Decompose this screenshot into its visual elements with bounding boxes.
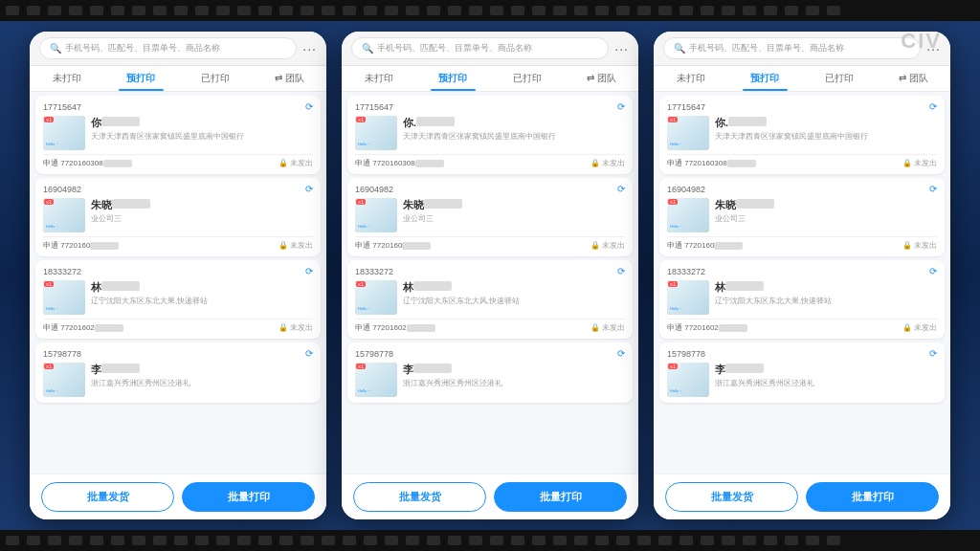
order-item[interactable]: 16904982 ⟳ x1 朱晓 业公司三 申通 7720160 🔒 未发出 (35, 178, 321, 256)
order-header: 18333272 ⟳ (667, 266, 937, 276)
batch-send-button[interactable]: 批量发货 (665, 482, 798, 512)
order-footer: 申通 77201602 🔒 未发出 (355, 319, 625, 333)
order-id: 15798778 (43, 349, 81, 359)
order-content: x1 林 辽宁沈阳大东区东北大风,快速驿站 (355, 280, 625, 315)
batch-print-button[interactable]: 批量打印 (494, 482, 627, 512)
order-number: 申通 7720160 (43, 240, 119, 251)
tab-2[interactable]: 已打印 (490, 66, 565, 91)
order-item[interactable]: 17715647 ⟳ x1 你 天津天津西青区张家窝镇民盛里底南中国银行 申通 … (35, 96, 321, 174)
order-item[interactable]: 17715647 ⟳ x1 你. 天津天津西青区张家窝镇民盛里底南中国银行 申通… (347, 96, 633, 174)
customer-address: 天津天津西青区张家窝镇民盛里底南中国银行 (715, 132, 937, 142)
order-id: 15798778 (355, 349, 393, 359)
order-header: 17715647 ⟳ (43, 101, 313, 112)
order-header: 16904982 ⟳ (667, 184, 937, 194)
tab-3[interactable]: ⇄ 团队 (253, 66, 327, 91)
customer-address: 业公司三 (715, 214, 937, 224)
tab-3[interactable]: ⇄ 团队 (877, 66, 951, 91)
order-status: 🔒 未发出 (278, 322, 313, 333)
order-content: x1 朱晓 业公司三 (667, 198, 937, 232)
more-options-icon[interactable]: ··· (302, 41, 317, 56)
order-item[interactable]: 18333272 ⟳ x1 林 辽宁沈阳大东区东北大果,快递驿站 申通 7720… (35, 260, 321, 339)
order-item[interactable]: 15798778 ⟳ x1 李 浙江嘉兴秀洲区秀州区泾港礼 (347, 342, 633, 403)
product-thumbnail: x1 (43, 116, 85, 150)
quantity-badge: x1 (668, 281, 678, 287)
order-info: 李 浙江嘉兴秀洲区秀州区泾港礼 (91, 363, 313, 388)
order-item[interactable]: 16904982 ⟳ x1 朱晓 业公司三 申通 7720160 🔒 未发出 (347, 178, 633, 256)
film-strip-top (0, 0, 980, 21)
order-status: 🔒 未发出 (590, 158, 625, 168)
order-content: x1 李 浙江嘉兴秀洲区秀州区泾港礼 (43, 363, 313, 397)
bottom-buttons: 批量发货 批量打印 (30, 474, 326, 519)
search-icon: 🔍 (50, 43, 61, 54)
quantity-badge: x1 (356, 364, 366, 369)
quantity-badge: x1 (44, 117, 54, 122)
order-item[interactable]: 18333272 ⟳ x1 林 辽宁沈阳大东区东北大风,快速驿站 申通 7720… (347, 260, 633, 339)
order-header: 17715647 ⟳ (355, 101, 625, 112)
tab-3[interactable]: ⇄ 团队 (565, 66, 639, 91)
phone-screen-2: 🔍 手机号码、匹配号、目票单号、商品名称 ··· 未打印预打印已打印⇄ 团队 1… (654, 32, 950, 519)
order-item[interactable]: 17715647 ⟳ x1 你. 天津天津西青区张家窝镇民盛里底南中国银行 申通… (659, 96, 945, 174)
order-list: 17715647 ⟳ x1 你 天津天津西青区张家窝镇民盛里底南中国银行 申通 … (30, 92, 326, 474)
film-strip-bottom (0, 530, 980, 551)
quantity-badge: x1 (356, 199, 366, 205)
customer-name: 朱晓 (715, 198, 937, 212)
order-info: 你. 天津天津西青区张家窝镇民盛里底南中国银行 (715, 116, 937, 142)
order-item[interactable]: 15798778 ⟳ x1 李 浙江嘉兴秀洲区秀州区泾港礼 (659, 342, 945, 403)
batch-print-button[interactable]: 批量打印 (182, 482, 315, 512)
tab-0[interactable]: 未打印 (342, 66, 416, 91)
customer-name: 朱晓 (403, 198, 625, 212)
customer-address: 辽宁沈阳大东区东北大果,快递驿站 (91, 297, 313, 306)
order-id: 18333272 (43, 267, 81, 276)
order-list: 17715647 ⟳ x1 你. 天津天津西青区张家窝镇民盛里底南中国银行 申通… (342, 92, 638, 474)
customer-name: 李 (91, 363, 313, 377)
tab-1[interactable]: 预打印 (728, 66, 803, 91)
bottom-buttons: 批量发货 批量打印 (342, 474, 638, 519)
order-number: 申通 77201602 (355, 322, 435, 333)
search-input-wrapper[interactable]: 🔍 手机号码、匹配号、目票单号、商品名称 (663, 37, 921, 59)
order-sync-icon: ⟳ (617, 266, 625, 276)
order-info: 李 浙江嘉兴秀洲区秀州区泾港礼 (403, 363, 625, 388)
customer-name: 林 (715, 280, 937, 295)
quantity-badge: x1 (356, 117, 366, 122)
batch-send-button[interactable]: 批量发货 (353, 482, 486, 512)
search-hint: 手机号码、匹配号、目票单号、商品名称 (689, 42, 844, 55)
customer-address: 天津天津西青区张家窝镇民盛里底南中国银行 (403, 132, 625, 142)
customer-address: 浙江嘉兴秀洲区秀州区泾港礼 (403, 379, 625, 388)
search-input-wrapper[interactable]: 🔍 手机号码、匹配号、目票单号、商品名称 (351, 37, 609, 59)
order-footer: 申通 7720160 🔒 未发出 (667, 236, 937, 251)
order-sync-icon: ⟳ (305, 184, 313, 194)
search-icon: 🔍 (362, 43, 373, 54)
tab-2[interactable]: 已打印 (802, 66, 877, 91)
order-number: 申通 7720160308 (355, 158, 444, 168)
order-status: 🔒 未发出 (590, 322, 625, 333)
order-item[interactable]: 18333272 ⟳ x1 林 辽宁沈阳大东区东北大果,快速驿站 申通 7720… (659, 260, 945, 339)
search-input-wrapper[interactable]: 🔍 手机号码、匹配号、目票单号、商品名称 (39, 37, 297, 59)
order-number: 申通 7720160 (355, 240, 431, 251)
batch-send-button[interactable]: 批量发货 (41, 482, 174, 512)
tab-0[interactable]: 未打印 (30, 66, 104, 91)
product-thumbnail: x1 (355, 363, 397, 397)
tab-0[interactable]: 未打印 (654, 66, 728, 91)
product-thumbnail: x1 (667, 280, 709, 315)
order-header: 16904982 ⟳ (43, 184, 313, 194)
order-number: 申通 77201602 (43, 322, 123, 333)
tab-1[interactable]: 预打印 (104, 66, 179, 91)
phone-screen-0: 🔍 手机号码、匹配号、目票单号、商品名称 ··· 未打印预打印已打印⇄ 团队 1… (30, 32, 326, 519)
tab-1[interactable]: 预打印 (416, 66, 491, 91)
order-header: 15798778 ⟳ (43, 348, 313, 359)
order-content: x1 朱晓 业公司三 (43, 198, 313, 232)
order-info: 林 辽宁沈阳大东区东北大果,快递驿站 (91, 280, 313, 306)
order-item[interactable]: 16904982 ⟳ x1 朱晓 业公司三 申通 7720160 🔒 未发出 (659, 178, 945, 256)
batch-print-button[interactable]: 批量打印 (806, 482, 939, 512)
search-hint: 手机号码、匹配号、目票单号、商品名称 (65, 42, 220, 55)
quantity-badge: x1 (668, 117, 678, 122)
order-sync-icon: ⟳ (929, 101, 937, 112)
tab-2[interactable]: 已打印 (178, 66, 253, 91)
order-item[interactable]: 15798778 ⟳ x1 李 浙江嘉兴秀洲区秀州区泾港礼 (35, 342, 321, 403)
search-bar: 🔍 手机号码、匹配号、目票单号、商品名称 ··· (342, 32, 638, 66)
more-options-icon[interactable]: ··· (614, 41, 629, 56)
order-sync-icon: ⟳ (305, 348, 313, 359)
order-header: 17715647 ⟳ (667, 101, 937, 112)
tabs-bar: 未打印预打印已打印⇄ 团队 (654, 66, 950, 92)
order-sync-icon: ⟳ (617, 184, 625, 194)
